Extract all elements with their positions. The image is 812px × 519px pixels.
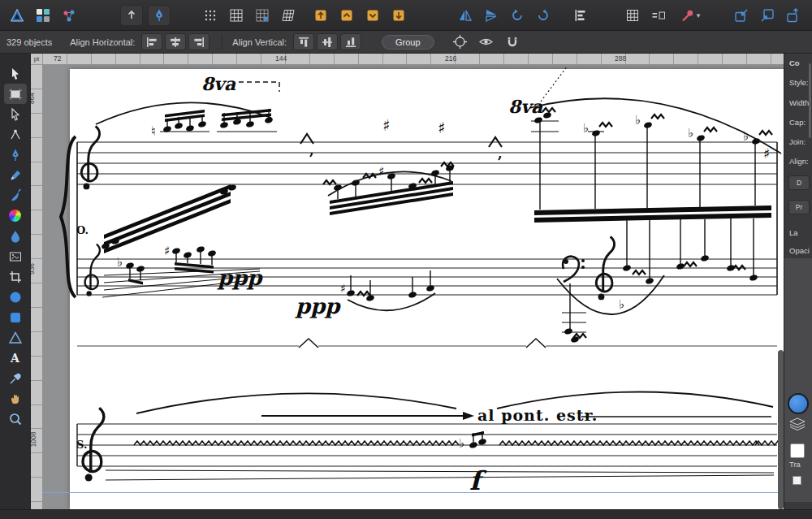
transparency-label: Tra <box>789 460 801 469</box>
layers-icon[interactable] <box>789 417 806 430</box>
snap-grid-icon[interactable] <box>252 6 273 25</box>
stroke-join-label: Join: <box>789 137 806 146</box>
layer-label: La <box>789 228 798 237</box>
vertical-ruler[interactable]: 864 936 1008 <box>31 64 43 509</box>
color-wheel-tool[interactable] <box>4 205 27 226</box>
style-paint-dropdown-icon[interactable]: ▾ <box>674 6 706 25</box>
context-toolbar: 329 objects Align Horizontal: Align Vert… <box>0 31 812 54</box>
workspace: A pt 72 144 216 288 864 936 1008 <box>0 54 812 509</box>
arrange-to-front-icon[interactable] <box>310 6 331 25</box>
affinity-designer-window: ▾ 329 objects Align Horizontal: Align Ve… <box>0 0 812 519</box>
node-graph-icon[interactable] <box>58 6 80 25</box>
pencil-tool[interactable] <box>4 165 27 185</box>
canvas[interactable]: , , 8va 8va ♮ ♭ ♯ ♯ ♯ ♯ ♯ ♭ ♭ <box>42 64 784 509</box>
artboard-tool[interactable] <box>4 84 27 104</box>
ellipse-tool[interactable] <box>4 287 27 307</box>
place-image-tool[interactable] <box>4 246 27 266</box>
alignment-icon[interactable] <box>570 6 591 25</box>
rotate-clockwise-icon[interactable] <box>533 6 554 25</box>
align-top-button[interactable] <box>293 33 314 50</box>
align-vertical-label: Align Vertical: <box>232 37 287 47</box>
document-page[interactable] <box>70 69 784 509</box>
arrange-to-back-icon[interactable] <box>388 6 409 25</box>
ruler-unit[interactable]: pt <box>31 54 43 65</box>
stroke-width-label: Width: <box>789 98 811 107</box>
artistic-text-tool[interactable]: A <box>4 348 27 368</box>
rotate-counterclockwise-icon[interactable] <box>507 6 528 25</box>
pen-tool[interactable] <box>4 145 27 165</box>
dots-grid-icon[interactable] <box>200 6 221 25</box>
flip-vertical-icon[interactable] <box>481 6 502 25</box>
transform-grid-icon[interactable] <box>278 6 299 25</box>
panel-button[interactable]: Pr <box>788 200 810 214</box>
insert-on-top-icon[interactable] <box>783 6 804 25</box>
zoom-tool[interactable] <box>4 409 27 429</box>
insert-inside-icon[interactable] <box>731 6 752 25</box>
direct-select-tool[interactable] <box>4 104 27 124</box>
ruler-tick-label: 864 <box>31 93 36 104</box>
status-bar <box>0 509 812 519</box>
ruler-tick-label: 144 <box>275 54 287 63</box>
group-button[interactable]: Group <box>382 35 434 50</box>
fill-tool[interactable] <box>4 226 27 246</box>
panel-scrollbar[interactable] <box>809 63 811 138</box>
transform-origin-icon[interactable] <box>451 33 470 51</box>
dropdown-caret: ▾ <box>697 11 701 19</box>
artboard-edge-guide <box>42 492 784 493</box>
fill-color-swatch[interactable] <box>788 393 809 414</box>
arrange-forward-icon[interactable] <box>336 6 357 25</box>
node-tool[interactable] <box>4 124 27 145</box>
preview-eye-icon[interactable] <box>477 33 496 51</box>
opacity-label: Opaci <box>789 246 810 255</box>
align-center-horizontal-button[interactable] <box>165 33 186 50</box>
right-panel: Co Style: Width: Cap: Join: Align: D Pr … <box>784 54 812 509</box>
triangle-tool[interactable] <box>4 327 27 348</box>
stroke-color-swatch[interactable] <box>790 443 805 458</box>
top-toolbar: ▾ <box>0 0 812 31</box>
ruler-tick-label: 72 <box>54 54 61 63</box>
grid-icon[interactable] <box>226 6 247 25</box>
flip-horizontal-icon[interactable] <box>455 6 476 25</box>
ruler-tick-label: 216 <box>445 54 456 63</box>
panel-button[interactable]: D <box>788 175 810 190</box>
align-right-button[interactable] <box>188 33 209 50</box>
affinity-logo-icon[interactable] <box>6 6 28 25</box>
secondary-swatch[interactable] <box>793 476 801 485</box>
eyedropper-tool[interactable] <box>4 368 27 388</box>
toolbar-separator <box>222 35 222 50</box>
crop-tool[interactable] <box>4 266 27 287</box>
ruler-tick-label: 1008 <box>31 432 37 448</box>
view-pan-tool[interactable] <box>4 388 27 409</box>
stroke-style-label: Style: <box>789 78 809 87</box>
objects-count: 329 objects <box>6 37 52 47</box>
divider-toggle-icon[interactable] <box>648 6 669 25</box>
rectangle-tool[interactable] <box>4 307 27 327</box>
ruler-tick-label: 288 <box>615 54 626 63</box>
stroke-cap-label: Cap: <box>789 118 806 127</box>
align-horizontal-label: Align Horizontal: <box>70 37 135 47</box>
insert-behind-icon[interactable] <box>757 6 778 25</box>
tools-panel: A <box>0 54 31 509</box>
stroke-align-label: Align: <box>789 157 809 166</box>
vector-brush-tool[interactable] <box>4 185 27 205</box>
align-left-button[interactable] <box>141 33 162 50</box>
vector-pen-icon[interactable] <box>148 5 171 26</box>
export-icon[interactable] <box>120 5 143 26</box>
align-middle-vertical-button[interactable] <box>317 33 338 50</box>
arrange-backward-icon[interactable] <box>362 6 383 25</box>
horizontal-ruler[interactable]: 72 144 216 288 <box>42 54 784 65</box>
grid-toggle-icon[interactable] <box>622 6 643 25</box>
snapping-magnet-icon[interactable] <box>503 33 522 51</box>
align-bottom-button[interactable] <box>340 33 361 50</box>
ruler-tick-label: 936 <box>31 263 36 275</box>
canvas-scrollbar[interactable] <box>778 350 784 509</box>
panel-header[interactable]: Co <box>789 58 800 67</box>
swatch-grid-icon[interactable] <box>32 6 54 25</box>
move-tool[interactable] <box>4 63 27 84</box>
